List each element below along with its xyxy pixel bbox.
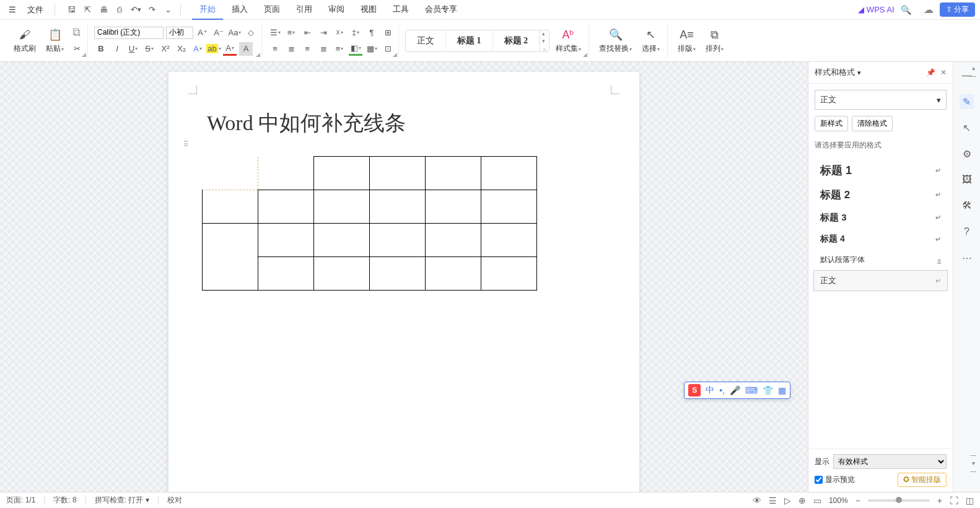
clear-format-button[interactable]: 清除格式	[852, 116, 893, 131]
align-center-icon[interactable]: ≣	[284, 42, 298, 56]
find-replace-button[interactable]: 🔍查找替换▾	[595, 26, 636, 55]
print-layout-icon[interactable]: ▭	[813, 496, 821, 506]
align-right-icon[interactable]: ≡	[300, 42, 314, 56]
close-icon[interactable]: ✕	[940, 68, 947, 77]
split-bot-icon[interactable]: ▾	[972, 460, 975, 466]
decrease-indent-icon[interactable]: ⇤	[300, 26, 314, 40]
document-title[interactable]: Word 中如何补充线条	[207, 109, 606, 138]
numbering-icon[interactable]: ≡▾	[284, 26, 298, 40]
zoom-slider[interactable]	[868, 499, 930, 502]
show-marks-icon[interactable]: ⊞	[381, 26, 395, 40]
sort-icon[interactable]: ☓▾	[333, 26, 346, 40]
tab-view[interactable]: 视图	[353, 0, 384, 20]
print-preview-icon[interactable]: ⎙	[113, 4, 126, 16]
superscript-icon[interactable]: X²	[159, 42, 172, 56]
align-left-icon[interactable]: ≡	[268, 42, 282, 56]
split-top-icon[interactable]: ▴	[972, 64, 975, 71]
strike-icon[interactable]: S▾	[142, 42, 156, 56]
status-proof[interactable]: 校对	[167, 495, 182, 506]
redo-icon[interactable]: ↷	[146, 4, 158, 16]
style-entry-h1[interactable]: 标题 1↵	[813, 158, 948, 183]
file-menu[interactable]: 文件	[22, 2, 48, 18]
ime-toolbar[interactable]: S 中 •, 🎤 ⌨ 👕 ▦	[684, 382, 790, 399]
status-words[interactable]: 字数: 8	[53, 495, 76, 506]
share-button[interactable]: ⇪ 分享	[940, 2, 975, 17]
undo-icon[interactable]: ↶▾	[129, 4, 142, 16]
style-body[interactable]: 正文	[406, 30, 446, 51]
cursor-icon[interactable]: ↖	[960, 120, 974, 135]
status-page[interactable]: 页面: 1/1	[6, 495, 35, 506]
style-entry-body[interactable]: 正文↵	[813, 270, 948, 291]
highlight-icon[interactable]: ab▾	[207, 42, 221, 56]
pencil-icon[interactable]: ✎	[960, 94, 974, 109]
print-icon[interactable]: 🖶	[97, 4, 110, 16]
underline-icon[interactable]: U▾	[126, 42, 140, 56]
zoom-value[interactable]: 100%	[829, 496, 848, 505]
hamburger-icon[interactable]: ☰	[5, 2, 20, 17]
tab-member[interactable]: 会员专享	[418, 0, 465, 20]
char-shading-icon[interactable]: A	[239, 42, 253, 56]
cloud-icon[interactable]: ☁	[924, 4, 934, 15]
typeset-button[interactable]: A≡排版▾	[674, 26, 699, 55]
fullscreen-icon[interactable]: ⛶	[950, 496, 958, 506]
new-style-button[interactable]: 新样式	[815, 116, 848, 131]
current-style-combo[interactable]: 正文▾	[815, 90, 947, 110]
clear-format-icon[interactable]: ◇	[244, 26, 258, 40]
format-painter-button[interactable]: 🖌格式刷	[10, 26, 40, 55]
reading-view-icon[interactable]: 👁	[753, 496, 761, 506]
styles-launcher-icon[interactable]: ◢	[583, 51, 587, 58]
template-icon[interactable]: 🖼	[960, 172, 974, 187]
tab-review[interactable]: 审阅	[321, 0, 352, 20]
tools-icon[interactable]: 🛠	[960, 198, 974, 213]
help-icon[interactable]: ?	[960, 224, 974, 239]
style-heading1[interactable]: 标题 1	[446, 30, 493, 51]
font-color-icon[interactable]: A▾	[223, 42, 237, 56]
text-effects-icon[interactable]: A▾	[191, 42, 204, 56]
wps-ai-button[interactable]: ◢ WPS AI	[858, 5, 894, 14]
drag-handle-icon[interactable]: ⠿	[183, 140, 190, 149]
paragraph-launcher-icon[interactable]: ◢	[393, 51, 397, 58]
style-entry-h4[interactable]: 标题 4↵	[813, 229, 948, 250]
settings-icon[interactable]: ⚙	[960, 146, 974, 161]
shading-icon[interactable]: ¶	[365, 26, 378, 40]
tab-insert[interactable]: 插入	[224, 0, 255, 20]
select-button[interactable]: ↖选择▾	[638, 26, 663, 55]
smart-layout-button[interactable]: ✪ 智能排版	[898, 473, 947, 487]
show-preview-checkbox[interactable]: 显示预览	[815, 475, 855, 485]
bold-icon[interactable]: B	[94, 42, 108, 56]
document-table[interactable]	[202, 156, 537, 291]
gallery-up-icon[interactable]: ▴	[540, 30, 549, 37]
ime-lang[interactable]: 中	[706, 385, 714, 396]
ime-voice-icon[interactable]: 🎤	[730, 385, 740, 395]
more-icon[interactable]: ⋯	[960, 250, 974, 265]
ime-skin-icon[interactable]: 👕	[763, 385, 773, 395]
font-size-combo[interactable]	[166, 27, 193, 39]
style-entry-default-font[interactable]: 默认段落字体a	[813, 250, 948, 270]
play-icon[interactable]: ▷	[784, 496, 791, 506]
font-name-combo[interactable]	[94, 27, 164, 39]
fit-page-icon[interactable]: ◫	[966, 496, 974, 506]
increase-indent-icon[interactable]: ⇥	[317, 26, 330, 40]
grow-font-icon[interactable]: A⁺	[196, 26, 209, 40]
display-filter-select[interactable]: 有效样式	[833, 454, 947, 469]
change-case-icon[interactable]: Aa▾	[228, 26, 242, 40]
tab-tools[interactable]: 工具	[385, 0, 416, 20]
export-icon[interactable]: ⇱	[81, 4, 94, 16]
copy-icon[interactable]: ⿻	[70, 26, 84, 40]
distribute-icon[interactable]: ≡▾	[333, 42, 346, 56]
web-layout-icon[interactable]: ⊕	[798, 496, 806, 506]
ime-punct-icon[interactable]: •,	[719, 385, 725, 395]
tab-page[interactable]: 页面	[256, 0, 287, 20]
search-icon[interactable]: 🔍	[901, 5, 911, 15]
zoom-out-icon[interactable]: −	[855, 496, 860, 506]
font-launcher-icon[interactable]: ◢	[256, 51, 260, 58]
ime-tools-icon[interactable]: ▦	[778, 385, 786, 395]
style-entry-h3[interactable]: 标题 3↵	[813, 207, 948, 229]
bullets-icon[interactable]: ☰▾	[268, 26, 282, 40]
tab-reference[interactable]: 引用	[289, 0, 320, 20]
arrange-button[interactable]: ⧉排列▾	[702, 26, 727, 55]
qat-more-icon[interactable]: ⌄	[162, 4, 174, 16]
status-spellcheck[interactable]: 拼写检查: 打开 ▾	[95, 495, 149, 506]
fill-color-icon[interactable]: ◧▾	[349, 42, 362, 56]
line-spacing-icon[interactable]: ‡▾	[349, 26, 362, 40]
